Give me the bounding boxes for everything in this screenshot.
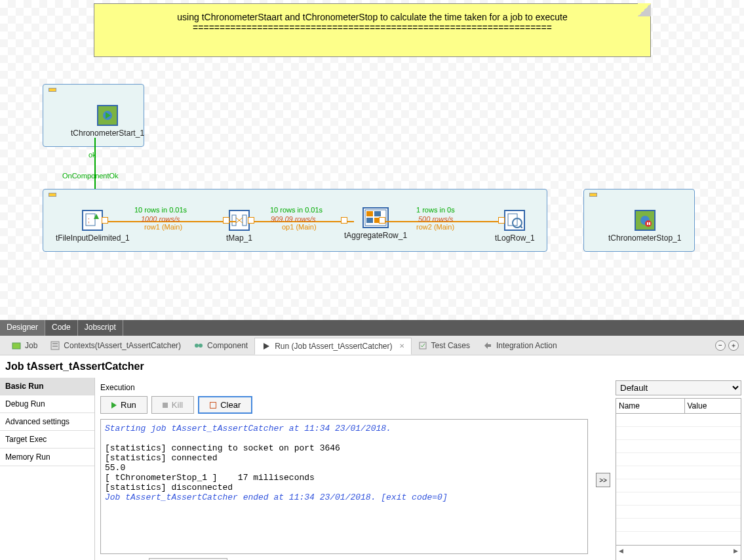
stop-icon [163, 403, 168, 408]
clear-icon [210, 402, 216, 409]
component-tfileinputdelimited[interactable]: ; tFileInputDelimited_1 [56, 210, 130, 243]
component-tchronometer-stop[interactable]: tChronometerStop_1 [608, 210, 681, 243]
menu-debug-run[interactable]: Debug Run [0, 395, 94, 413]
view-component[interactable]: Component [187, 338, 254, 353]
view-run[interactable]: Run (Job tAssert_tAssertCatcher) ✕ [254, 338, 411, 355]
menu-target-exec[interactable]: Target Exec [0, 431, 94, 449]
chronometer-start-icon [97, 105, 118, 126]
expand-button[interactable]: >> [596, 473, 610, 487]
view-label: Test Cases [431, 341, 470, 350]
horizontal-scrollbar[interactable]: ◀▶ [616, 545, 741, 555]
component-tmap[interactable]: tMap_1 [226, 210, 252, 243]
view-job[interactable]: Job [5, 338, 44, 353]
logrow-icon [504, 210, 525, 231]
designer-canvas[interactable]: using tChronometerStaart and tChronomete… [0, 0, 744, 320]
integration-icon [483, 341, 492, 350]
run-panel: Basic Run Debug Run Advanced settings Ta… [0, 378, 744, 560]
kill-button[interactable]: Kill [151, 396, 194, 414]
component-label: tChronometerStop_1 [608, 233, 681, 243]
svg-rect-24 [647, 222, 648, 225]
console-output[interactable]: Starting job tAssert_tAssertCatcher at 1… [100, 419, 588, 554]
close-icon[interactable]: ✕ [399, 342, 404, 350]
component-label: tFileInputDelimited_1 [56, 233, 130, 243]
note-fold-icon [638, 3, 651, 16]
job-icon [12, 341, 21, 350]
row1-stats: 10 rows in 0.01s [134, 206, 187, 214]
note-title: using tChronometerStaart and tChronomete… [102, 12, 642, 22]
tab-jobscript[interactable]: Jobscript [78, 320, 123, 336]
sticky-note[interactable]: using tChronometerStaart and tChronomete… [94, 3, 651, 57]
context-col-value[interactable]: Value [685, 399, 741, 413]
component-icon [194, 341, 203, 350]
svg-rect-8 [243, 215, 246, 226]
views-bar: Job Contexts(tAssert_tAssertCatcher) Com… [0, 336, 744, 355]
component-label: tLogRow_1 [495, 233, 535, 243]
row2-rate: 500 rows/s [418, 215, 453, 223]
component-taggregaterow[interactable]: tAggregateRow_1 [344, 207, 407, 240]
menu-memory-run[interactable]: Memory Run [0, 449, 94, 466]
console-end: Job tAssert_tAssertCatcher ended at 11:3… [105, 492, 448, 502]
component-label: tChronometerStart_1 [71, 129, 144, 138]
view-testcases[interactable]: Test Cases [412, 338, 477, 353]
execution-label: Execution [100, 383, 588, 392]
maximize-button[interactable]: ＋ [728, 340, 739, 351]
op1-stats: 10 rows in 0.01s [270, 206, 323, 214]
tab-code[interactable]: Code [45, 320, 78, 336]
connection-terminal [341, 217, 347, 224]
connection-oncomponentok-label: OnComponentOk [62, 172, 119, 180]
context-select[interactable]: Default [616, 380, 741, 395]
context-col-name[interactable]: Name [616, 399, 685, 413]
panel-title: Job tAssert_tAssertCatcher [0, 355, 744, 378]
svg-point-31 [199, 344, 203, 348]
run-icon [262, 342, 271, 351]
connection-terminal [498, 217, 505, 224]
svg-rect-27 [51, 342, 59, 350]
context-table[interactable]: Name Value ◀▶ [616, 398, 741, 560]
testcases-icon [418, 341, 427, 350]
clear-button[interactable]: Clear [198, 396, 252, 414]
svg-rect-12 [366, 211, 373, 216]
view-label: Run (Job tAssert_tAssertCatcher) [275, 342, 392, 351]
subjob-handle-icon[interactable] [589, 193, 597, 197]
view-label: Contexts(tAssert_tAssertCatcher) [64, 341, 181, 350]
menu-advanced-settings[interactable]: Advanced settings [0, 413, 94, 431]
note-separator: ========================================… [102, 22, 642, 33]
connection-terminal [223, 217, 229, 224]
console-body: [statistics] connecting to socket on por… [105, 443, 340, 492]
svg-rect-25 [649, 222, 650, 225]
clear-button-label: Clear [220, 400, 241, 410]
component-label: tMap_1 [226, 233, 252, 243]
svg-text:;: ; [88, 216, 90, 224]
view-integration[interactable]: Integration Action [477, 338, 564, 353]
play-icon [111, 402, 117, 409]
view-label: Integration Action [496, 341, 557, 350]
subjob-handle-icon[interactable] [49, 88, 56, 92]
file-input-icon: ; [82, 210, 103, 231]
view-contexts[interactable]: Contexts(tAssert_tAssertCatcher) [44, 338, 187, 353]
row1-name: row1 (Main) [144, 223, 182, 231]
tmap-icon [229, 210, 250, 231]
view-label: Component [207, 341, 248, 350]
contexts-icon [50, 341, 60, 350]
connection-terminal [102, 217, 108, 224]
svg-rect-26 [12, 343, 20, 349]
tab-designer[interactable]: Designer [0, 320, 45, 336]
row1-rate: 1000 rows/s [141, 215, 180, 223]
svg-rect-13 [374, 211, 381, 216]
svg-marker-34 [484, 342, 491, 349]
svg-point-30 [195, 344, 199, 348]
minimize-button[interactable]: − [715, 340, 726, 351]
connection-terminal [248, 217, 254, 224]
component-tlogrow[interactable]: tLogRow_1 [495, 210, 535, 243]
svg-rect-7 [232, 215, 236, 226]
svg-rect-14 [366, 218, 373, 223]
view-label: Job [25, 341, 37, 350]
subjob-handle-icon[interactable] [49, 193, 56, 197]
execution-panel: Execution Run Kill Clear Starting job tA… [95, 378, 593, 560]
context-panel: Default Name Value ◀▶ [613, 378, 744, 560]
menu-basic-run[interactable]: Basic Run [0, 378, 94, 395]
op1-rate: 909.09 rows/s [271, 215, 315, 223]
row2-name: row2 (Main) [416, 223, 454, 231]
run-button[interactable]: Run [100, 396, 147, 414]
component-tchronometer-start[interactable]: tChronometerStart_1 [71, 105, 144, 138]
